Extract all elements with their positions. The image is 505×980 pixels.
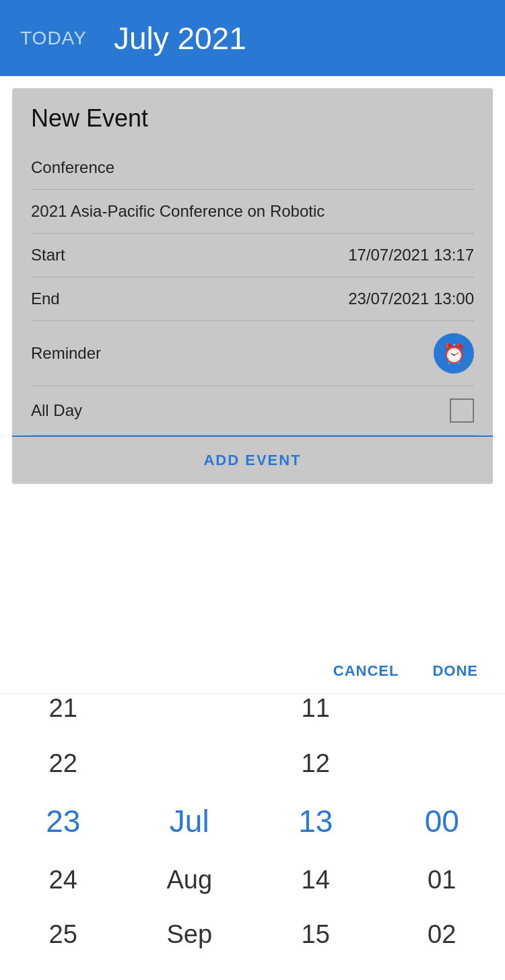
all-day-row: All Day xyxy=(31,386,474,435)
calendar-header: TODAY July 2021 xyxy=(0,0,505,76)
month-item-1 xyxy=(127,736,253,792)
day-item-3: 24 xyxy=(0,853,127,908)
start-value[interactable]: 17/07/2021 13:17 xyxy=(348,246,474,265)
hour-drum[interactable]: 11 12 13 14 15 xyxy=(252,694,379,950)
date-time-picker: CANCEL DONE 21 22 23 24 25 Jul Aug Sep 1… xyxy=(0,649,505,980)
minute-item-1 xyxy=(379,736,506,792)
event-name-row: 2021 Asia-Pacific Conference on Robotic xyxy=(31,190,474,234)
reminder-label: Reminder xyxy=(31,344,101,363)
card-title: New Event xyxy=(31,104,474,133)
month-item-0 xyxy=(127,694,253,736)
add-event-button[interactable]: ADD EVENT xyxy=(31,437,474,484)
month-item-4: Sep xyxy=(127,907,253,950)
all-day-checkbox[interactable] xyxy=(450,398,474,423)
start-row: Start 17/07/2021 13:17 xyxy=(31,234,474,277)
month-item-3: Aug xyxy=(127,853,253,908)
event-type-row: Conference xyxy=(31,146,474,190)
all-day-label: All Day xyxy=(31,401,82,420)
alarm-icon: ⏰ xyxy=(442,343,466,365)
day-item-1: 22 xyxy=(0,736,127,792)
picker-cancel-button[interactable]: CANCEL xyxy=(327,660,406,682)
minute-item-4: 02 xyxy=(379,907,506,950)
end-value[interactable]: 23/07/2021 13:00 xyxy=(348,289,474,308)
day-item-0: 21 xyxy=(0,694,127,736)
event-type-value[interactable]: Conference xyxy=(31,158,114,177)
end-label: End xyxy=(31,289,60,308)
day-item-2: 23 xyxy=(0,791,127,852)
picker-drums-container: 21 22 23 24 25 Jul Aug Sep 11 12 13 14 1… xyxy=(0,694,505,950)
start-label: Start xyxy=(31,246,65,265)
hour-item-4: 15 xyxy=(252,907,379,950)
picker-done-button[interactable]: DONE xyxy=(426,660,485,682)
minute-item-3: 01 xyxy=(379,853,506,908)
minute-item-2: 00 xyxy=(379,791,506,852)
minute-item-0 xyxy=(379,694,506,736)
month-drum[interactable]: Jul Aug Sep xyxy=(127,694,253,950)
hour-item-1: 12 xyxy=(252,736,379,792)
event-name-value[interactable]: 2021 Asia-Pacific Conference on Robotic xyxy=(31,202,325,221)
month-label: July 2021 xyxy=(114,20,246,57)
picker-actions-bar: CANCEL DONE xyxy=(0,649,505,694)
reminder-button[interactable]: ⏰ xyxy=(434,333,474,374)
day-drum[interactable]: 21 22 23 24 25 xyxy=(0,694,127,950)
month-item-2: Jul xyxy=(127,791,253,852)
end-row: End 23/07/2021 13:00 xyxy=(31,277,474,321)
today-label[interactable]: TODAY xyxy=(20,28,87,49)
hour-item-0: 11 xyxy=(252,694,379,736)
minute-drum[interactable]: 00 01 02 xyxy=(379,694,506,950)
reminder-row: Reminder ⏰ xyxy=(31,321,474,386)
new-event-card: New Event Conference 2021 Asia-Pacific C… xyxy=(12,88,493,484)
add-event-row: ADD EVENT xyxy=(12,435,493,484)
hour-item-3: 14 xyxy=(252,853,379,908)
day-item-4: 25 xyxy=(0,907,127,950)
hour-item-2: 13 xyxy=(252,791,379,852)
